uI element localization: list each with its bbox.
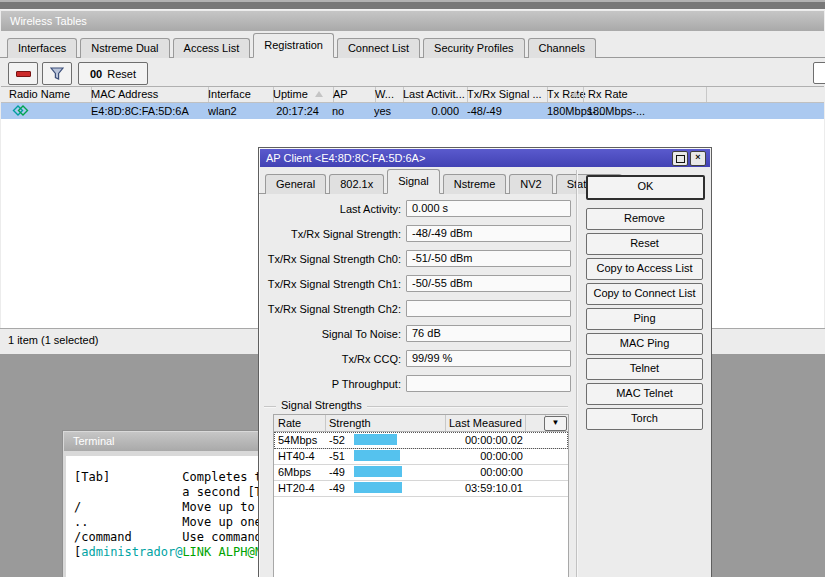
tab-nstreme-dual[interactable]: Nstreme Dual (80, 38, 169, 58)
reset-00-icon: 00 (90, 68, 102, 80)
cell-signal: -48/-49 (467, 103, 502, 119)
cell-mac: E4:8D:8C:FA:5D:6A (91, 103, 189, 119)
col-radio-name[interactable]: Radio Name (5, 87, 92, 102)
ccq-input[interactable]: 99/99 % (406, 350, 571, 367)
signal-bar (354, 434, 397, 445)
col-last-activity[interactable]: Last Activit... (399, 87, 468, 102)
tab-general[interactable]: General (265, 174, 326, 194)
cell-interface: wlan2 (208, 103, 237, 119)
signal-table-header: Rate Strength Last Measured ▼ (274, 415, 568, 432)
tab-access-list[interactable]: Access List (173, 38, 251, 58)
last-activity-input[interactable]: 0.000 s (406, 200, 571, 217)
registration-row-selected[interactable]: E4:8D:8C:FA:5D:6A wlan2 20:17:24 no yes … (1, 103, 824, 119)
signal-ch0-input[interactable]: -51/-50 dBm (406, 250, 571, 267)
uptime-sort-icon (315, 91, 323, 97)
screen: Wireless Tables Interfaces Nstreme Dual … (0, 0, 825, 577)
tab-interfaces[interactable]: Interfaces (7, 38, 77, 58)
tab-connect-list[interactable]: Connect List (337, 38, 420, 58)
col-rx-rate[interactable]: Rx Rate (583, 87, 707, 102)
field-last-activity: Last Activity: 0.000 s (259, 200, 579, 218)
close-icon: × (695, 152, 700, 162)
cell-uptime: 20:17:24 (269, 103, 319, 119)
telnet-button[interactable]: Telnet (586, 358, 703, 380)
tab-registration[interactable]: Registration (253, 33, 334, 58)
signal-bar (354, 466, 402, 477)
col-extra (525, 415, 546, 431)
torch-button[interactable]: Torch (586, 408, 703, 430)
registration-table-header: Radio Name MAC Address Interface Uptime … (1, 87, 824, 103)
tab-8021x[interactable]: 802.1x (329, 174, 384, 194)
prompt-user: administrador@ (81, 545, 182, 559)
ok-button[interactable]: OK (586, 175, 705, 200)
field-signal-ch1: Tx/Rx Signal Strength Ch1: -50/-55 dBm (259, 275, 579, 293)
signal-strengths-table: Rate Strength Last Measured ▼ 54Mbps -52… (273, 414, 569, 577)
cell-wds: yes (374, 103, 391, 119)
signal-ch2-input[interactable] (406, 300, 571, 317)
maximize-icon (676, 155, 685, 163)
dialog-titlebar[interactable]: AP Client <E4:8D:8C:FA:5D:6A> × (260, 149, 710, 167)
copy-to-connect-list-button[interactable]: Copy to Connect List (586, 283, 703, 305)
mac-telnet-button[interactable]: MAC Telnet (586, 383, 703, 405)
reset-button[interactable]: 00 Reset (78, 62, 148, 85)
field-signal-ch2: Tx/Rx Signal Strength Ch2: (259, 300, 579, 318)
signal-bar (354, 450, 400, 461)
wireless-tables-titlebar[interactable]: Wireless Tables (1, 11, 824, 31)
tab-security-profiles[interactable]: Security Profiles (423, 38, 524, 58)
field-p-throughput: P Throughput: (259, 375, 579, 393)
field-ccq: Tx/Rx CCQ: 99/99 % (259, 350, 579, 368)
mac-ping-button[interactable]: MAC Ping (586, 333, 703, 355)
dialog-title: AP Client <E4:8D:8C:FA:5D:6A> (266, 152, 425, 164)
col-tx-rate[interactable]: Tx Rate (543, 87, 587, 102)
main-tab-bar: Interfaces Nstreme Dual Access List Regi… (0, 33, 825, 58)
remove-entry-button[interactable] (8, 62, 38, 85)
field-signal-strength: Tx/Rx Signal Strength: -48/-49 dBm (259, 225, 579, 243)
col-ap[interactable]: AP (329, 87, 376, 102)
wireless-registration-icon (12, 104, 29, 120)
remove-button[interactable]: Remove (586, 208, 703, 230)
cell-rx-rate: 180Mbps-... (587, 103, 645, 119)
cell-last-activity: 0.000 (399, 103, 459, 119)
signal-to-noise-input[interactable]: 76 dB (406, 325, 571, 342)
col-interface[interactable]: Interface (204, 87, 274, 102)
group-label: Signal Strengths (276, 399, 367, 411)
col-strength[interactable]: Strength (325, 415, 446, 431)
tab-nv2[interactable]: NV2 (509, 174, 552, 194)
signal-row[interactable]: 54Mbps -52 00:00:00.02 (274, 432, 568, 449)
signal-ch1-input[interactable]: -50/-55 dBm (406, 275, 571, 292)
minus-icon (16, 71, 31, 77)
signal-row[interactable]: 6Mbps -49 00:00:00 (274, 464, 568, 481)
window-title: Wireless Tables (10, 15, 87, 27)
p-throughput-input[interactable] (406, 375, 571, 392)
toolbar: 00 Reset (0, 58, 825, 86)
chevron-down-icon: ▼ (552, 418, 560, 427)
col-uptime[interactable]: Uptime (269, 87, 334, 102)
column-dropdown-button[interactable]: ▼ (544, 416, 567, 431)
copy-to-access-list-button[interactable]: Copy to Access List (586, 258, 703, 280)
signal-strength-input[interactable]: -48/-49 dBm (406, 225, 571, 242)
maximize-button[interactable] (672, 151, 688, 166)
cell-ap: no (332, 103, 344, 119)
field-signal-ch0: Tx/Rx Signal Strength Ch0: -51/-50 dBm (259, 250, 579, 268)
col-mac-address[interactable]: MAC Address (87, 87, 209, 102)
close-button[interactable]: × (690, 151, 706, 166)
ping-button[interactable]: Ping (586, 308, 703, 330)
funnel-icon (50, 67, 64, 80)
signal-row[interactable]: HT20-4 -49 03:59:10.01 (274, 480, 568, 497)
reset-button-dialog[interactable]: Reset (586, 233, 703, 255)
col-rate[interactable]: Rate (274, 415, 326, 431)
signal-row[interactable]: HT40-4 -51 00:00:00 (274, 448, 568, 465)
col-last-measured[interactable]: Last Measured (445, 415, 526, 431)
filter-button[interactable] (42, 62, 72, 85)
col-signal[interactable]: Tx/Rx Signal ... (463, 87, 548, 102)
tab-channels[interactable]: Channels (528, 38, 596, 58)
status-text: 1 item (1 selected) (8, 334, 98, 346)
find-button-partial[interactable] (813, 62, 825, 84)
tab-nstreme[interactable]: Nstreme (443, 174, 507, 194)
signal-bar (354, 482, 402, 493)
tab-signal[interactable]: Signal (387, 169, 440, 194)
dialog-tab-bar: General 802.1x Signal Nstreme NV2 Statis… (259, 170, 585, 194)
field-signal-to-noise: Signal To Noise: 76 dB (259, 325, 579, 343)
ap-client-dialog: AP Client <E4:8D:8C:FA:5D:6A> × General … (258, 147, 712, 577)
tx-rate-sort-icon (571, 91, 579, 97)
app-top-strip (0, 0, 825, 9)
